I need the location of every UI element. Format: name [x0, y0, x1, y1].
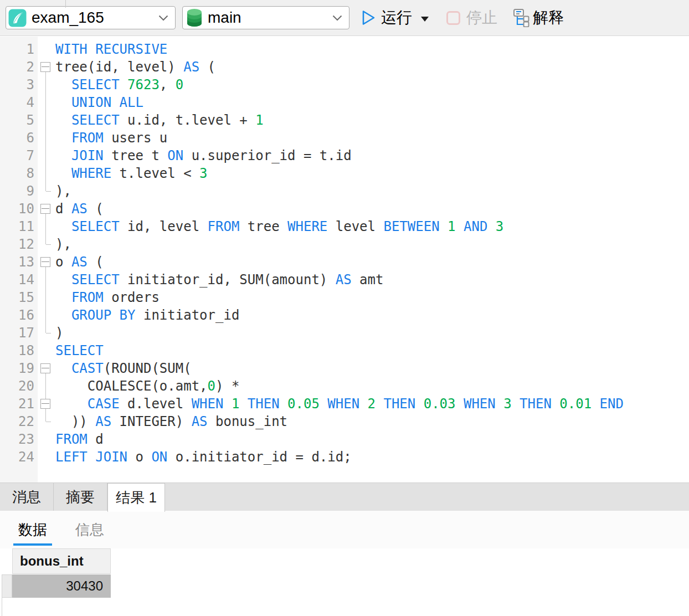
code-text: SELECT u.id, t.level + 1 [54, 111, 264, 129]
code-text: COALESCE(o.amt,0) * [54, 377, 239, 395]
code-line[interactable]: 3 SELECT 7623, 0 [0, 76, 689, 94]
code-line[interactable]: 18SELECT [0, 342, 689, 360]
database-name: main [208, 9, 241, 27]
fold-margin [38, 430, 54, 448]
fold-margin [38, 324, 54, 342]
stop-icon [446, 11, 460, 25]
code-line[interactable]: 12), [0, 235, 689, 253]
grid-column-header[interactable]: bonus_int [12, 548, 111, 574]
grid-row-selector[interactable] [2, 574, 12, 598]
code-line[interactable]: 9), [0, 182, 689, 200]
code-text: SELECT id, level FROM tree WHERE level B… [54, 218, 503, 235]
line-number: 8 [0, 165, 38, 182]
run-button[interactable]: 运行 [362, 7, 429, 28]
grid-left-border [2, 598, 2, 616]
fold-toggle-icon[interactable] [38, 200, 54, 218]
line-number: 18 [0, 342, 38, 360]
fold-margin [38, 289, 54, 306]
code-text: tree(id, level) AS ( [54, 58, 215, 76]
fold-toggle-icon[interactable] [38, 395, 54, 413]
code-line[interactable]: 21 CASE d.level WHEN 1 THEN 0.05 WHEN 2 … [0, 395, 689, 413]
fold-margin [38, 271, 54, 289]
fold-margin [38, 182, 54, 200]
line-number: 22 [0, 413, 38, 430]
code-text: UNION ALL [54, 94, 143, 111]
line-number: 24 [0, 448, 38, 466]
line-number: 21 [0, 395, 38, 413]
code-line[interactable]: 5 SELECT u.id, t.level + 1 [0, 111, 689, 129]
code-line[interactable]: 8 WHERE t.level < 3 [0, 165, 689, 182]
fold-margin [38, 111, 54, 129]
line-number: 15 [0, 289, 38, 306]
code-line[interactable]: 7 JOIN tree t ON u.superior_id = t.id [0, 147, 689, 165]
code-line[interactable]: 15 FROM orders [0, 289, 689, 306]
fold-margin [38, 129, 54, 147]
code-line[interactable]: 1WITH RECURSIVE [0, 40, 689, 58]
code-text: ) [54, 324, 63, 342]
code-line[interactable]: 20 COALESCE(o.amt,0) * [0, 377, 689, 395]
tab-messages[interactable]: 消息 [0, 483, 54, 511]
sql-editor-window: exam_165 main 运行 [0, 0, 689, 616]
tab-result-1[interactable]: 结果 1 [107, 483, 165, 512]
line-number: 2 [0, 58, 38, 76]
code-line[interactable]: 10d AS ( [0, 200, 689, 218]
subtab-info[interactable]: 信息 [70, 511, 109, 548]
explain-icon [512, 8, 531, 27]
code-line[interactable]: 13o AS ( [0, 253, 689, 271]
line-number: 10 [0, 200, 38, 218]
fold-toggle-icon[interactable] [38, 360, 54, 377]
code-line[interactable]: 17) [0, 324, 689, 342]
code-text: FROM orders [54, 289, 160, 306]
code-text: ), [54, 235, 71, 253]
result-tabbar: 消息 摘要 结果 1 [0, 482, 689, 511]
code-text: o AS ( [54, 253, 104, 271]
fold-margin [38, 40, 54, 58]
fold-toggle-icon[interactable] [38, 58, 54, 76]
stop-button[interactable]: 停止 [446, 7, 497, 28]
stop-label: 停止 [466, 7, 497, 28]
code-text: SELECT 7623, 0 [54, 76, 183, 94]
connection-select[interactable]: exam_165 [6, 6, 176, 29]
tab-summary[interactable]: 摘要 [54, 483, 107, 511]
code-text: LEFT JOIN o ON o.initiator_id = d.id; [54, 448, 352, 466]
line-number: 20 [0, 377, 38, 395]
code-text: ), [54, 182, 71, 200]
code-line[interactable]: 14 SELECT initiator_id, SUM(amount) AS a… [0, 271, 689, 289]
sqlite-icon [8, 9, 27, 27]
line-number: 1 [0, 40, 38, 58]
line-number: 5 [0, 111, 38, 129]
subtab-data[interactable]: 数据 [13, 511, 52, 548]
code-line[interactable]: 24LEFT JOIN o ON o.initiator_id = d.id; [0, 448, 689, 466]
code-text: )) AS INTEGER) AS bonus_int [54, 413, 287, 430]
fold-margin [38, 76, 54, 94]
line-number: 23 [0, 430, 38, 448]
code-text: SELECT initiator_id, SUM(amount) AS amt [54, 271, 383, 289]
code-line[interactable]: 4 UNION ALL [0, 94, 689, 111]
chevron-down-icon [158, 15, 168, 21]
code-line[interactable]: 11 SELECT id, level FROM tree WHERE leve… [0, 218, 689, 235]
fold-toggle-icon[interactable] [38, 253, 54, 271]
code-line[interactable]: 2tree(id, level) AS ( [0, 58, 689, 76]
fold-margin [38, 448, 54, 466]
code-line[interactable]: 23FROM d [0, 430, 689, 448]
database-icon [186, 8, 203, 27]
fold-margin [38, 218, 54, 235]
explain-button[interactable]: 解释 [512, 7, 564, 28]
code-line[interactable]: 19 CAST(ROUND(SUM( [0, 360, 689, 377]
code-text: JOIN tree t ON u.superior_id = t.id [54, 147, 352, 165]
line-number: 7 [0, 147, 38, 165]
explain-label: 解释 [533, 7, 564, 28]
line-number: 9 [0, 182, 38, 200]
code-text: WHERE t.level < 3 [54, 165, 208, 182]
code-lines: 1WITH RECURSIVE2tree(id, level) AS (3 SE… [0, 40, 689, 466]
grid-cell[interactable]: 30430 [12, 574, 111, 598]
database-select[interactable]: main [182, 6, 349, 29]
fold-margin [38, 235, 54, 253]
code-text: CAST(ROUND(SUM( [54, 360, 192, 377]
sql-code-editor[interactable]: 1WITH RECURSIVE2tree(id, level) AS (3 SE… [0, 37, 689, 482]
line-number: 12 [0, 235, 38, 253]
code-line[interactable]: 16 GROUP BY initiator_id [0, 306, 689, 324]
code-line[interactable]: 6 FROM users u [0, 129, 689, 147]
code-line[interactable]: 22 )) AS INTEGER) AS bonus_int [0, 413, 689, 430]
run-dropdown-caret-icon[interactable] [421, 17, 429, 22]
